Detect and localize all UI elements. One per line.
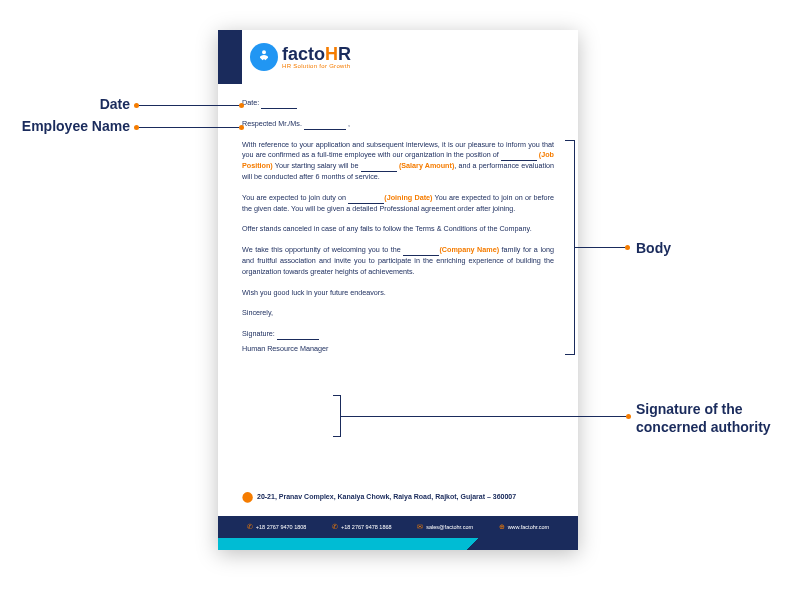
phone-icon: ✆ (247, 523, 253, 531)
logo-area: factoHR HR Solution for Growth (242, 30, 578, 84)
annotation-connector (139, 105, 239, 106)
paragraph-3: Offer stands canceled in case of any fai… (242, 224, 554, 235)
logo-word-2: H (325, 44, 338, 64)
logo-word-3: R (338, 44, 351, 64)
footer-phone-2: ✆+18 2767 9478 1868 (332, 523, 392, 531)
footer-email: ✉sales@factohr.com (417, 523, 473, 531)
pin-icon: ⬤ (242, 491, 253, 502)
logo-tagline: HR Solution for Growth (282, 63, 351, 69)
globe-icon: ⊕ (499, 523, 505, 531)
annotation-employee-name: Employee Name (10, 118, 130, 134)
annotation-dot (239, 125, 244, 130)
logo-word-1: facto (282, 44, 325, 64)
letter-header: factoHR HR Solution for Growth (218, 30, 578, 84)
salutation-end: , (348, 119, 350, 128)
paragraph-4: We take this opportunity of welcoming yo… (242, 245, 554, 277)
footer-web: ⊕www.factohr.com (499, 523, 550, 531)
signature-blank (277, 333, 319, 340)
salutation-text: Respected Mr./Ms. (242, 119, 302, 128)
signature-title: Human Resource Manager (242, 344, 554, 355)
paragraph-2: You are expected to join duty on (Joinin… (242, 193, 554, 215)
name-blank (304, 123, 346, 130)
annotation-dot (626, 414, 631, 419)
annotation-connector (575, 247, 625, 248)
closing-line: Sincerely, (242, 308, 554, 319)
letter-content: Date: Respected Mr./Ms. , With reference… (218, 84, 578, 355)
logo-text: factoHR HR Solution for Growth (282, 45, 351, 69)
annotation-date: Date (30, 96, 130, 112)
annotation-signature: Signature of the concerned authority (636, 400, 786, 436)
salutation-line: Respected Mr./Ms. , (242, 119, 554, 130)
annotation-connector (139, 127, 239, 128)
mail-icon: ✉ (417, 523, 423, 531)
annotation-bracket (333, 395, 341, 437)
paragraph-1: With reference to your application and s… (242, 140, 554, 183)
annotation-dot (239, 103, 244, 108)
signature-block: Sincerely, Signature: Human Resource Man… (242, 308, 554, 354)
signature-label: Signature: (242, 329, 275, 338)
footer-bar: ✆+18 2767 9470 1808 ✆+18 2767 9478 1868 … (218, 516, 578, 538)
header-accent-bar (218, 30, 242, 84)
logo-icon (250, 43, 278, 71)
paragraph-5: Wish you good luck in your future endeav… (242, 288, 554, 299)
letter-footer: ✆+18 2767 9470 1808 ✆+18 2767 9478 1868 … (218, 512, 578, 550)
annotation-dot (625, 245, 630, 250)
footer-cyan-stripe (218, 538, 578, 550)
joining-date-fill: (Joining Date) (384, 193, 432, 202)
address-text: 20-21, Pranav Complex, Kanaiya Chowk, Ra… (257, 493, 516, 500)
annotation-body: Body (636, 240, 671, 256)
phone-icon: ✆ (332, 523, 338, 531)
letter-document: factoHR HR Solution for Growth Date: Res… (218, 30, 578, 550)
date-blank (261, 102, 297, 109)
date-label: Date: (242, 98, 259, 107)
footer-phone-1: ✆+18 2767 9470 1808 (247, 523, 307, 531)
address-line: ⬤ 20-21, Pranav Complex, Kanaiya Chowk, … (242, 491, 554, 502)
salary-fill: (Salary Amount) (399, 161, 454, 170)
company-name-fill: (Company Name) (439, 245, 499, 254)
signature-line: Signature: (242, 329, 554, 340)
date-line: Date: (242, 98, 554, 109)
annotation-connector (341, 416, 626, 417)
annotation-bracket (565, 140, 575, 355)
